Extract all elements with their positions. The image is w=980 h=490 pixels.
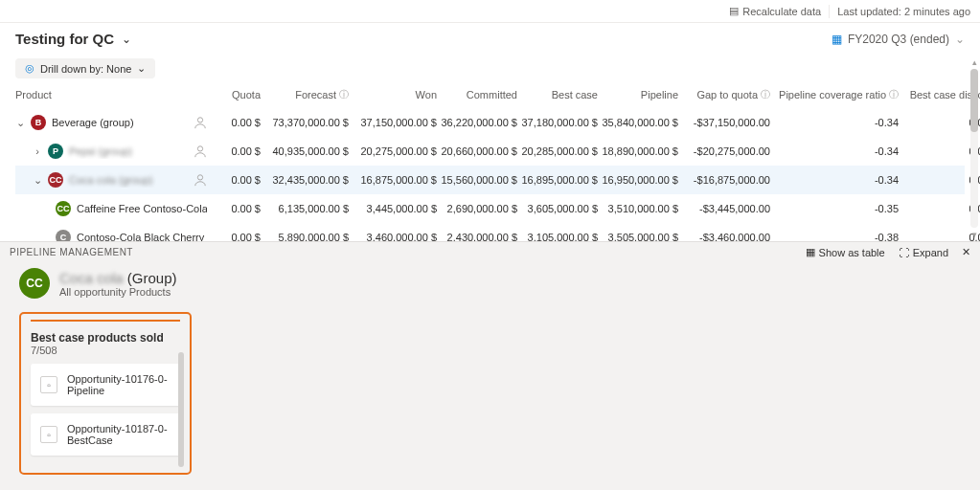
chevron-down-icon[interactable]: ⌄ — [15, 117, 25, 129]
table-row[interactable]: ⌄CCCoca cola (group)0.00 $32,435,000.00 … — [15, 166, 965, 194]
chevron-down-icon: ⌄ — [955, 33, 965, 46]
table-row[interactable]: ⌄BBeverage (group)0.00 $73,370,000.00 $3… — [15, 108, 965, 137]
grid-body: ⌄BBeverage (group)0.00 $73,370,000.00 $3… — [15, 108, 965, 252]
table-row[interactable]: ›PPepsi (group)0.00 $40,935,000.00 $20,2… — [15, 137, 965, 166]
user-icon — [194, 145, 207, 158]
product-name: Beverage (group) — [52, 117, 134, 128]
expand-icon: ⛶ — [899, 247, 909, 258]
cell-quota: 0.00 $ — [211, 117, 261, 128]
cell-pipeline: 35,840,000.00 $ — [602, 117, 678, 128]
detail-header: CC Coca cola (Group) All opportunity Pro… — [0, 262, 980, 304]
col-forecast[interactable]: Forecastⓘ — [264, 88, 349, 101]
cell-bcdisc: 0.00 $ — [902, 145, 980, 157]
product-badge: P — [48, 144, 63, 159]
expand-button[interactable]: ⛶Expand — [899, 247, 948, 258]
cell-coverage: -0.34 — [774, 174, 899, 186]
cell-gap: -$20,275,000.00 — [682, 145, 770, 157]
chevron-down-icon: ⌄ — [122, 33, 131, 46]
card-scrollbar[interactable] — [178, 352, 184, 467]
panel-title: PIPELINE MANAGEMENT — [10, 247, 133, 257]
card-count: 7/508 — [31, 345, 182, 356]
col-gap[interactable]: Gap to quotaⓘ — [682, 88, 770, 101]
cell-bestcase: 3,605,000.00 $ — [521, 203, 598, 214]
close-button[interactable]: ✕ — [962, 246, 970, 258]
cell-pipeline: 18,890,000.00 $ — [602, 145, 678, 157]
period-picker[interactable]: ▦ FY2020 Q3 (ended) ⌄ — [832, 33, 965, 46]
svg-point-0 — [197, 118, 202, 122]
product-name: Coca cola (group) — [69, 174, 152, 186]
col-committed[interactable]: Committed — [441, 88, 517, 101]
scrollbar[interactable]: ▴▾ — [970, 57, 978, 239]
cell-won: 3,445,000.00 $ — [353, 203, 437, 214]
opportunity-name: Opportunity-10187-0-BestCase — [67, 423, 172, 446]
cell-bcdisc: 0.00 $ — [902, 203, 980, 214]
cell-committed: 20,660,000.00 $ — [441, 145, 517, 157]
title-dropdown[interactable]: Testing for QC ⌄ — [15, 31, 131, 47]
col-coverage[interactable]: Pipeline coverage ratioⓘ — [774, 88, 899, 101]
panel-header: PIPELINE MANAGEMENT ▦Show as table ⛶Expa… — [0, 242, 980, 262]
user-icon — [194, 116, 207, 129]
detail-title: Coca cola (Group) — [59, 270, 177, 286]
header: Testing for QC ⌄ ▦ FY2020 Q3 (ended) ⌄ — [0, 23, 980, 55]
chevron-down-icon[interactable]: ⌄ — [33, 174, 42, 187]
cell-committed: 15,560,000.00 $ — [441, 174, 517, 186]
cell-gap: -$16,875,000.00 — [682, 174, 770, 186]
drill-label: Drill down by: None — [40, 63, 131, 75]
cell-bestcase: 37,180,000.00 $ — [521, 117, 598, 128]
cell-gap: -$3,445,000.00 — [682, 203, 770, 214]
drill-row: ◎ Drill down by: None ⌄ — [0, 55, 980, 82]
calendar-icon: ▦ — [832, 33, 842, 46]
show-as-table-button[interactable]: ▦Show as table — [806, 246, 885, 258]
cell-bestcase: 20,285,000.00 $ — [521, 145, 598, 157]
col-bcdisc[interactable]: Best case discount — [902, 88, 980, 101]
cell-quota: 0.00 $ — [211, 203, 261, 214]
opportunity-card[interactable]: ▫Opportunity-10187-0-BestCase — [31, 413, 182, 456]
col-quota[interactable]: Quota — [211, 88, 261, 101]
svg-point-2 — [197, 175, 202, 180]
card-title: Best case products sold — [31, 331, 182, 345]
page-title: Testing for QC — [15, 31, 114, 47]
calculator-icon: ▤ — [729, 5, 739, 17]
cell-pipeline: 16,950,000.00 $ — [602, 174, 678, 186]
cell-forecast: 40,935,000.00 $ — [264, 145, 349, 157]
col-bestcase[interactable]: Best case — [521, 88, 598, 101]
table-icon: ▦ — [806, 246, 815, 258]
drill-down-button[interactable]: ◎ Drill down by: None ⌄ — [15, 58, 155, 78]
cell-coverage: -0.34 — [774, 117, 899, 128]
product-name: Pepsi (group) — [69, 145, 132, 157]
scroll-down-icon[interactable]: ▾ — [972, 230, 977, 239]
cell-quota: 0.00 $ — [211, 145, 261, 157]
cell-pipeline: 3,510,000.00 $ — [602, 203, 678, 214]
col-product[interactable]: Product — [15, 88, 207, 101]
info-icon: ⓘ — [761, 88, 770, 101]
cell-committed: 36,220,000.00 $ — [441, 117, 517, 128]
cell-won: 20,275,000.00 $ — [353, 145, 437, 157]
cell-committed: 2,690,000.00 $ — [441, 203, 517, 214]
col-won[interactable]: Won — [353, 88, 437, 101]
product-badge: CC — [56, 201, 71, 216]
recalculate-button[interactable]: ▤ Recalculate data — [729, 5, 821, 17]
opportunity-card[interactable]: ▫Opportunity-10176-0-Pipeline — [31, 364, 182, 406]
chevron-right-icon[interactable]: › — [33, 145, 42, 157]
top-bar: ▤ Recalculate data Last updated: 2 minut… — [0, 0, 980, 23]
scroll-up-icon[interactable]: ▴ — [972, 57, 977, 67]
target-icon: ◎ — [25, 62, 34, 75]
chevron-down-icon: ⌄ — [137, 62, 146, 75]
detail-subtitle: All opportunity Products — [59, 286, 177, 298]
col-pipeline[interactable]: Pipeline — [602, 88, 678, 101]
table-row[interactable]: CCCaffeine Free Contoso-Cola0.00 $6,135,… — [15, 194, 965, 223]
pipeline-panel: PIPELINE MANAGEMENT ▦Show as table ⛶Expa… — [0, 241, 980, 490]
recalc-label: Recalculate data — [742, 6, 821, 17]
cell-gap: -$37,150,000.00 — [682, 117, 770, 128]
info-icon: ⓘ — [339, 88, 349, 101]
forecast-grid: Product Quota Forecastⓘ Won Committed Be… — [0, 82, 980, 252]
product-name: Caffeine Free Contoso-Cola — [77, 203, 207, 214]
avatar: CC — [19, 268, 50, 299]
user-icon — [194, 173, 207, 187]
cell-coverage: -0.35 — [774, 203, 899, 214]
cell-forecast: 32,435,000.00 $ — [264, 174, 349, 186]
opportunity-name: Opportunity-10176-0-Pipeline — [67, 373, 172, 396]
info-icon: ⓘ — [889, 88, 899, 101]
doc-icon: ▫ — [40, 376, 57, 393]
cell-bcdisc: 0.00 $ — [902, 117, 980, 128]
